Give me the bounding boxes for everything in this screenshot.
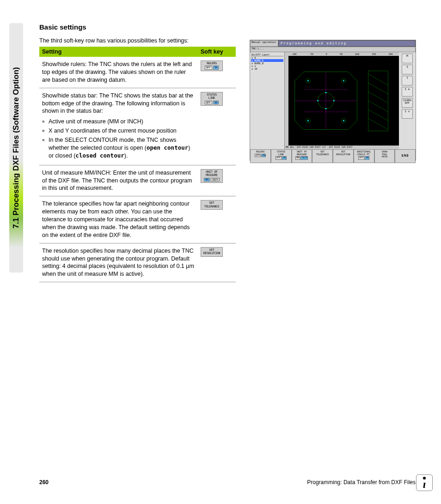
softkey-cell: SETRESOLUTION xyxy=(198,243,236,282)
sc-ruler-left xyxy=(285,56,288,146)
sc-layer-panel: On/OffLayer ☒0☒NURB_K☒NURB_B☒1☒16 xyxy=(250,52,285,149)
sc-title: Programming and editing xyxy=(278,40,416,47)
svg-point-22 xyxy=(317,100,318,102)
section-tab: 7.1 Processing DXF Files (Software Optio… xyxy=(9,23,23,273)
settings-table: Setting Soft key Show/hide rulers: The T… xyxy=(39,47,236,282)
svg-line-10 xyxy=(368,74,388,85)
sc-side-btn[interactable]: T xyxy=(402,76,413,85)
softkey-button[interactable]: SETTOLERANCE xyxy=(201,200,223,210)
softkey-cell: UNIT OFMEASUREMMINCH xyxy=(198,165,236,196)
setting-desc: The resolution specifies how many decima… xyxy=(39,243,198,282)
layer-row[interactable]: ☒16 xyxy=(251,67,283,70)
setting-desc: Show/hide status bar: The TNC shows the … xyxy=(39,88,198,165)
page-footer: 260 Programming: Data Transfer from DXF … xyxy=(39,479,416,486)
section-tab-text: 7.1 Processing DXF Files (Software Optio… xyxy=(12,67,21,229)
svg-point-20 xyxy=(325,92,327,93)
softkey-button[interactable]: STATUSLINEOFFON xyxy=(201,92,223,106)
sc-side-btn[interactable]: S ⊕ xyxy=(402,87,413,97)
sc-softkey-row: RULERSOFFONSTATUSLINEOFFONUNIT OFMEASURE… xyxy=(250,149,416,163)
svg-line-11 xyxy=(368,83,388,94)
tnc-screenshot: Manual operation Programming and editing… xyxy=(250,40,416,161)
svg-rect-9 xyxy=(368,71,388,131)
heading: Basic settings xyxy=(39,23,236,31)
svg-point-19 xyxy=(343,120,344,121)
sc-softkey[interactable]: SETTOLERANCE xyxy=(312,149,333,163)
svg-line-13 xyxy=(368,101,388,112)
page-number: 260 xyxy=(39,479,49,486)
sc-side-btn[interactable]: M xyxy=(402,54,413,63)
setting-desc: Show/hide rulers: The TNC shows the rule… xyxy=(39,57,198,88)
sc-drawing xyxy=(290,58,397,144)
th-setting: Setting xyxy=(39,47,198,57)
softkey-button[interactable]: RULERSOFFON xyxy=(201,61,223,71)
softkey-button[interactable]: UNIT OFMEASUREMMINCH xyxy=(201,169,223,183)
sc-side-btn[interactable]: S ⊖ xyxy=(402,109,413,119)
svg-point-16 xyxy=(307,80,309,81)
sc-mode: Manual operation xyxy=(250,40,278,47)
sc-side-btn[interactable]: S xyxy=(402,65,413,74)
svg-point-23 xyxy=(333,100,335,102)
softkey-cell: STATUSLINEOFFON xyxy=(198,88,236,165)
setting-desc: The tolerance specifies how far apart ne… xyxy=(39,196,198,243)
th-softkey: Soft key xyxy=(198,47,236,57)
sc-side-buttons: MSTS ⊕S100% OFFS ⊖ xyxy=(399,52,416,149)
sc-softkey[interactable]: SETRESOLUTION xyxy=(333,149,354,163)
sc-softkey[interactable]: STATUSLINEOFFON xyxy=(271,149,292,163)
svg-point-17 xyxy=(343,80,344,81)
setting-desc: Unit of measure MM/INCH: Enter the unit … xyxy=(39,165,198,196)
sc-softkey[interactable]: ADDITIONALCIRCLE PT.OFFON xyxy=(354,149,374,163)
intro-text: The third soft-key row has various possi… xyxy=(39,37,236,44)
info-icon: ı xyxy=(416,474,433,491)
softkey-button[interactable]: SETRESOLUTION xyxy=(201,247,223,257)
svg-line-14 xyxy=(368,109,388,121)
svg-point-18 xyxy=(307,120,309,121)
sc-softkey[interactable]: END xyxy=(395,149,416,163)
main-content: Basic settings The third soft-key row ha… xyxy=(39,23,236,282)
sc-canvas: -100-50050100150200 xyxy=(285,52,399,149)
sc-side-btn[interactable]: S100% OFF xyxy=(402,98,413,108)
softkey-cell: SETTOLERANCE xyxy=(198,196,236,243)
svg-line-15 xyxy=(368,119,388,130)
softkey-cell: RULERSOFFON xyxy=(198,57,236,88)
sc-softkey[interactable]: RULERSOFFON xyxy=(250,149,271,163)
sc-ruler: -100-50050100150200 xyxy=(285,52,399,56)
sc-softkey[interactable]: SHOWTOOLPATH xyxy=(374,149,395,163)
svg-point-21 xyxy=(325,108,327,109)
sc-status-bar: MM abs -107.0142 140.0327 rel -107.0142 … xyxy=(285,146,399,149)
chapter-title: Programming: Data Transfer from DXF File… xyxy=(307,479,416,486)
sc-softkey[interactable]: UNIT OFMEASUREMMINCH xyxy=(292,149,312,163)
svg-line-12 xyxy=(368,92,388,103)
sc-path: TNC:\... xyxy=(250,47,416,52)
